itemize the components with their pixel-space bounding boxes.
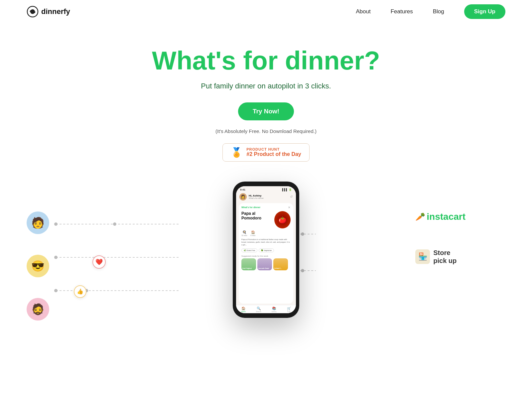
phone-time: 9:41: [240, 188, 245, 191]
card-header-row: What's for dinner ✕: [241, 206, 291, 209]
cart-nav-label: Cart: [287, 311, 290, 313]
store-pickup: 🏪 Store pick up: [415, 249, 466, 265]
suggested-avocado[interactable]: Avocado Salad: [257, 258, 272, 270]
suggested-title: Suggested meals for the week: [241, 255, 291, 257]
phone-nav-search[interactable]: 🔍 Search: [256, 307, 261, 313]
instacart-logo: 🥕 instacart: [415, 211, 466, 222]
nav-about[interactable]: About: [356, 8, 370, 15]
avatar-2: 😎: [27, 255, 49, 277]
logo-text: dinnerfy: [41, 7, 70, 16]
card-meal-image: 🍅: [274, 211, 291, 228]
avatar-3: 🧔: [27, 298, 49, 321]
svg-point-11: [301, 232, 304, 236]
card-meal-row: Papa al Pomodoro 🍅: [241, 211, 291, 228]
thumbs-button[interactable]: 👍: [74, 285, 86, 298]
phone-screen: 9:41 ▌▌▌ 🔋 👩 Hi, Ashley What's for dinne…: [236, 186, 296, 313]
instacart-text: instacart: [427, 211, 466, 222]
pan-icon: 🍳: [242, 230, 246, 234]
phone-body: 9:41 ▌▌▌ 🔋 👩 Hi, Ashley What's for dinne…: [233, 182, 299, 318]
phone-header: 👩 Hi, Ashley What's for dinner ↺: [236, 192, 296, 202]
phone-mockup: 9:41 ▌▌▌ 🔋 👩 Hi, Ashley What's for dinne…: [233, 182, 299, 318]
phone-avatar: 👩: [239, 193, 247, 200]
home-nav-icon: 🏠: [241, 307, 245, 310]
phone-bottom-nav: 🏠 Home 🔍 Search 📚 Library 🛒 Cart: [236, 305, 296, 313]
suggested-meals-row: Fruit Yoghurt Avocado Salad Grilled C...: [241, 258, 291, 270]
card-icons-row: 🍳 10 mins 🏠 6 mins: [241, 230, 291, 236]
nav-links: About Features Blog Sign Up: [356, 4, 505, 19]
card-description: Papa al Pomodoro is a traditional Italia…: [241, 238, 291, 246]
left-avatars: 🧑 😎 🧔: [27, 211, 49, 321]
navigation: dinnerfy About Features Blog Sign Up: [0, 0, 532, 23]
phone-icons: ▌▌▌ 🔋: [282, 188, 292, 191]
phone-greeting-block: Hi, Ashley What's for dinner: [249, 194, 264, 199]
leaf-icon: 🌿: [244, 249, 246, 251]
phone-nav-cart[interactable]: 🛒 Cart: [287, 307, 291, 313]
veggie-icon: 🥦: [261, 249, 263, 251]
suggested-yogurt[interactable]: Fruit Yoghurt: [241, 258, 256, 270]
phone-nav-library[interactable]: 📚 Library: [271, 307, 276, 313]
store-text: Store pick up: [433, 249, 457, 265]
medal-icon: 🏅: [231, 147, 242, 158]
carrot-icon: 🥕: [415, 212, 425, 221]
hero-title: What's for dinner?: [7, 47, 525, 75]
time2: 6 mins: [251, 234, 256, 236]
close-icon[interactable]: ✕: [288, 206, 291, 209]
illustration-area: 🧑 😎 🧔 ❤️ 👍 9:41 ▌▌▌ 🔋 👩: [0, 178, 532, 351]
time1: 10 mins: [241, 234, 247, 236]
phone-history-icon[interactable]: ↺: [290, 195, 293, 199]
search-nav-label: Search: [256, 311, 261, 313]
product-hunt-text: PRODUCT HUNT #2 Product of the Day: [246, 147, 301, 157]
card-tags: 🌿 Gluten Free 🥦 Vegetarian: [241, 248, 291, 252]
try-now-button[interactable]: Try Now!: [238, 102, 294, 120]
nav-blog[interactable]: Blog: [433, 8, 444, 15]
avatar-1: 🧑: [27, 211, 49, 234]
phone-greeting-sub: What's for dinner: [249, 197, 264, 199]
phone-nav-home[interactable]: 🏠 Home: [241, 307, 245, 313]
home-nav-label: Home: [241, 311, 245, 313]
store-icon: 🏪: [415, 249, 430, 264]
phone-greeting: Hi, Ashley: [249, 194, 264, 197]
ph-label: PRODUCT HUNT: [246, 147, 301, 151]
hero-subtitle: Put family dinner on autopilot in 3 clic…: [7, 82, 525, 90]
hero-section: What's for dinner? Put family dinner on …: [0, 23, 532, 168]
logo[interactable]: dinnerfy: [27, 6, 70, 18]
svg-point-3: [54, 222, 58, 226]
store-line2: pick up: [433, 257, 457, 265]
library-nav-icon: 📚: [272, 307, 276, 310]
svg-point-13: [301, 269, 304, 272]
suggested-grilled[interactable]: Grilled C...: [273, 258, 288, 270]
search-nav-icon: 🔍: [257, 307, 261, 310]
heart-icon: ❤️: [95, 258, 103, 266]
tag-gluten-free: 🌿 Gluten Free: [241, 248, 257, 252]
card-icon-house: 🏠 6 mins: [251, 230, 256, 236]
store-line1: Store: [433, 249, 457, 257]
phone-status-bar: 9:41 ▌▌▌ 🔋: [236, 186, 296, 192]
thumbs-icon: 👍: [77, 288, 83, 295]
phone-card: What's for dinner ✕ Papa al Pomodoro 🍅 🍳…: [239, 203, 293, 304]
card-meal-name: Papa al Pomodoro: [241, 211, 274, 221]
ph-rank: #2 Product of the Day: [246, 151, 301, 157]
signup-button[interactable]: Sign Up: [464, 4, 505, 19]
svg-point-4: [113, 222, 116, 226]
cart-nav-icon: 🛒: [287, 307, 291, 310]
svg-point-8: [54, 289, 58, 292]
product-hunt-badge[interactable]: 🏅 PRODUCT HUNT #2 Product of the Day: [222, 143, 309, 162]
heart-button[interactable]: ❤️: [92, 255, 106, 269]
card-section-title: What's for dinner: [241, 206, 260, 208]
right-services: 🥕 instacart 🏪 Store pick up: [415, 211, 466, 265]
free-note: (It's Absolutely Free. No Download Requi…: [7, 128, 525, 134]
tag-vegetarian: 🥦 Vegetarian: [259, 248, 274, 252]
nav-features[interactable]: Features: [391, 8, 413, 15]
logo-icon: [27, 6, 39, 18]
svg-point-6: [54, 256, 58, 259]
library-nav-label: Library: [271, 311, 276, 313]
card-icon-pan: 🍳 10 mins: [241, 230, 247, 236]
house-icon: 🏠: [251, 230, 255, 234]
phone-header-left: 👩 Hi, Ashley What's for dinner: [239, 193, 264, 200]
